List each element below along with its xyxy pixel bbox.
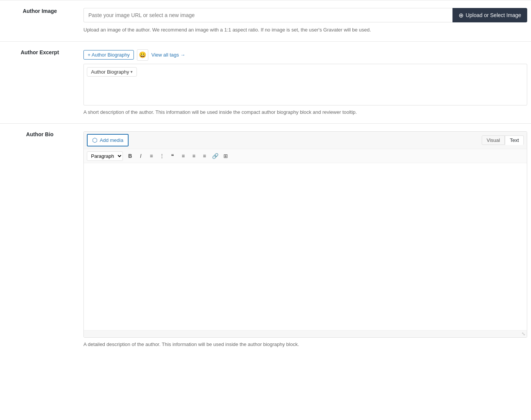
upload-select-button[interactable]: ⊕ Upload or Select Image [452, 8, 527, 22]
italic-button[interactable]: I [136, 151, 146, 161]
add-author-biography-button[interactable]: + Author Biography [83, 50, 134, 60]
align-right-button[interactable]: ≡ [200, 151, 209, 161]
author-biography-chip[interactable]: Author Biography ▾ [87, 67, 137, 77]
ordered-list-button[interactable]: ⋮ [157, 151, 167, 161]
align-left-button[interactable]: ≡ [178, 151, 188, 161]
add-media-button[interactable]: ⬡ Add media [87, 134, 129, 146]
table-button[interactable]: ⊞ [221, 151, 231, 161]
author-image-help: Upload an image of the author. We recomm… [83, 26, 527, 34]
align-center-button[interactable]: ≡ [189, 151, 199, 161]
link-button[interactable]: 🔗 [210, 151, 220, 161]
image-input-group: ⊕ Upload or Select Image [83, 8, 527, 22]
tab-text[interactable]: Text [505, 135, 524, 145]
editor-view-tabs: Visual Text [482, 135, 524, 145]
bio-editor-container: ⬡ Add media Visual Text [83, 131, 527, 338]
tag-bar: + Author Biography 😀 View all tags → [83, 49, 527, 61]
author-bio-label: Author Bio [0, 124, 83, 356]
author-bio-help: A detailed description of the author. Th… [83, 341, 527, 348]
author-bio-field: ⬡ Add media Visual Text [83, 124, 531, 356]
paragraph-select[interactable]: Paragraph [87, 151, 123, 161]
chip-arrow-icon: ▾ [130, 69, 133, 74]
emoji-picker-button[interactable]: 😀 [137, 49, 148, 61]
author-image-field: ⊕ Upload or Select Image Upload an image… [83, 0, 531, 42]
editor-toolbar-top: ⬡ Add media Visual Text [84, 132, 527, 149]
media-icon: ⬡ [92, 137, 97, 144]
author-image-row: Author Image ⊕ Upload or Select Image Up… [0, 0, 531, 42]
resize-icon: ⤡ [522, 331, 525, 337]
blockquote-button[interactable]: ❝ [168, 151, 178, 161]
bold-button[interactable]: B [125, 151, 135, 161]
tab-visual[interactable]: Visual [482, 135, 505, 145]
emoji-icon: 😀 [139, 51, 146, 58]
upload-icon: ⊕ [459, 12, 463, 19]
author-excerpt-label: Author Excerpt [0, 41, 83, 124]
author-excerpt-field: + Author Biography 😀 View all tags → Aut… [83, 41, 531, 124]
author-bio-row: Author Bio ⬡ Add media Visual [0, 124, 531, 356]
editor-resize-handle[interactable]: ⤡ [84, 330, 527, 337]
author-image-label: Author Image [0, 0, 83, 42]
editor-format-bar: Paragraph B I ≡ ⋮ ❝ ≡ ≡ ≡ 🔗 ⊞ [84, 149, 527, 163]
author-excerpt-row: Author Excerpt + Author Biography 😀 View… [0, 41, 531, 124]
bio-content-area[interactable] [84, 163, 527, 330]
author-excerpt-help: A short description of the author. This … [83, 109, 527, 116]
view-all-tags-link[interactable]: View all tags → [151, 52, 185, 58]
unordered-list-button[interactable]: ≡ [146, 151, 156, 161]
excerpt-editor[interactable]: Author Biography ▾ [83, 64, 527, 105]
image-url-input[interactable] [83, 8, 452, 22]
